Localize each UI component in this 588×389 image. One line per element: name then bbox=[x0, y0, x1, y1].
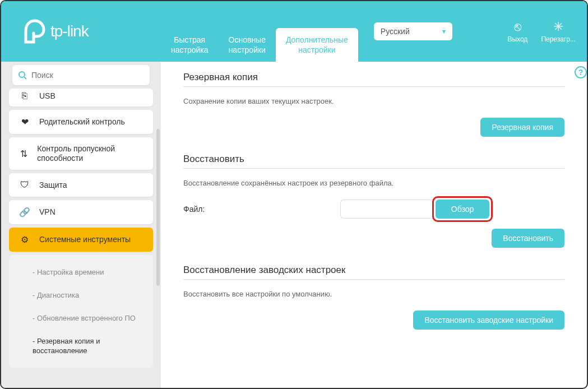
file-path-input[interactable] bbox=[340, 200, 436, 219]
tab-label: Быстрая bbox=[171, 35, 209, 45]
main-tabs: Быстрая настройка Основные настройки Доп… bbox=[161, 28, 358, 62]
usb-icon: ⎘ bbox=[18, 91, 31, 101]
tab-label: настройки bbox=[286, 45, 348, 55]
sidebar-item-label: Системные инструменты bbox=[39, 235, 131, 244]
tab-label: настройка bbox=[171, 45, 209, 55]
brand-text: tp-link bbox=[50, 22, 89, 40]
sidebar-item-label: Контроль пропускной способности bbox=[37, 144, 144, 163]
sidebar-item-vpn[interactable]: 🔗 VPN bbox=[9, 200, 153, 224]
sidebar-scrollbar[interactable] bbox=[156, 129, 160, 286]
sub-item-backup-restore[interactable]: - Резервная копия и восстановление bbox=[9, 330, 153, 362]
header: tp-link Быстрая настройка Основные настр… bbox=[1, 1, 587, 62]
help-icon[interactable]: ? bbox=[575, 66, 587, 78]
section-title: Резервная копия bbox=[183, 72, 564, 83]
backup-button[interactable]: Резервная копия bbox=[480, 118, 564, 137]
arrows-icon: ⇅ bbox=[18, 149, 29, 159]
gear-icon: ⚙ bbox=[18, 234, 31, 245]
reboot-icon: ✳ bbox=[541, 20, 576, 34]
search-box[interactable] bbox=[12, 65, 150, 85]
logout-label: Выход bbox=[507, 35, 527, 43]
language-selector[interactable]: Русский ▾ bbox=[374, 22, 452, 40]
shield-icon: 🛡 bbox=[18, 180, 31, 190]
sidebar-item-label: Защита bbox=[39, 180, 67, 190]
search-icon bbox=[18, 71, 27, 80]
logout-icon: ⎋ bbox=[507, 20, 527, 34]
link-icon: 🔗 bbox=[18, 207, 31, 217]
chevron-down-icon: ▾ bbox=[442, 27, 446, 35]
language-value: Русский bbox=[381, 27, 410, 36]
sidebar-item-label: USB bbox=[39, 91, 55, 101]
tab-advanced-settings[interactable]: Дополнительные настройки bbox=[276, 28, 358, 62]
sub-item-firmware[interactable]: - Обновление встроенного ПО bbox=[9, 307, 153, 330]
factory-reset-button[interactable]: Восстановить заводские настройки bbox=[413, 311, 564, 330]
search-input[interactable] bbox=[31, 71, 144, 80]
sidebar: ⎘ USB ❤ Родительский контроль ⇅ Контроль… bbox=[1, 62, 161, 388]
sidebar-item-parental[interactable]: ❤ Родительский контроль bbox=[9, 110, 153, 134]
heart-icon: ❤ bbox=[18, 117, 31, 127]
section-title: Восстановление заводских настроек bbox=[183, 265, 564, 276]
sidebar-submenu: - Настройка времени - Диагностика - Обно… bbox=[9, 255, 153, 368]
tplink-logo-icon bbox=[24, 17, 46, 45]
tab-label: Дополнительные bbox=[286, 35, 348, 45]
divider bbox=[183, 279, 564, 280]
sidebar-item-label: VPN bbox=[39, 207, 55, 217]
tab-label: настройки bbox=[229, 45, 266, 55]
tab-quick-setup[interactable]: Быстрая настройка bbox=[161, 28, 219, 62]
tab-label: Основные bbox=[229, 35, 266, 45]
section-restore: Восстановить Восстановление сохранённых … bbox=[183, 154, 564, 248]
section-title: Восстановить bbox=[183, 154, 564, 165]
svg-line-1 bbox=[24, 77, 26, 79]
sidebar-item-bandwidth[interactable]: ⇅ Контроль пропускной способности bbox=[9, 137, 153, 170]
sidebar-item-system-tools[interactable]: ⚙ Системные инструменты bbox=[9, 228, 153, 252]
reboot-label: Перезагр... bbox=[541, 35, 576, 43]
section-description: Сохранение копии ваших текущих настроек. bbox=[183, 97, 564, 105]
sub-item-diagnostics[interactable]: - Диагностика bbox=[9, 284, 153, 307]
svg-point-0 bbox=[19, 72, 25, 77]
header-actions: ⎋ Выход ✳ Перезагр... bbox=[507, 20, 576, 43]
section-factory-reset: Восстановление заводских настроек Восста… bbox=[183, 265, 564, 330]
brand-logo: tp-link bbox=[1, 17, 161, 45]
divider bbox=[183, 86, 564, 87]
logout-button[interactable]: ⎋ Выход bbox=[507, 20, 527, 43]
sub-item-time[interactable]: - Настройка времени bbox=[9, 261, 153, 284]
section-backup: Резервная копия Сохранение копии ваших т… bbox=[183, 72, 564, 137]
content-area: ? Резервная копия Сохранение копии ваших… bbox=[161, 62, 587, 388]
section-description: Восстановить все настройки по умолчанию. bbox=[183, 290, 564, 298]
sidebar-item-security[interactable]: 🛡 Защита bbox=[9, 173, 153, 197]
tab-basic-settings[interactable]: Основные настройки bbox=[219, 28, 276, 62]
reboot-button[interactable]: ✳ Перезагр... bbox=[541, 20, 576, 43]
browse-button[interactable]: Обзор bbox=[436, 200, 489, 219]
restore-button[interactable]: Восстановить bbox=[492, 229, 564, 248]
divider bbox=[183, 168, 564, 169]
file-label: Файл: bbox=[183, 205, 340, 214]
section-description: Восстановление сохранённых настроек из р… bbox=[183, 179, 564, 187]
sidebar-item-label: Родительский контроль bbox=[39, 117, 125, 127]
sidebar-item-usb[interactable]: ⎘ USB bbox=[9, 89, 153, 106]
